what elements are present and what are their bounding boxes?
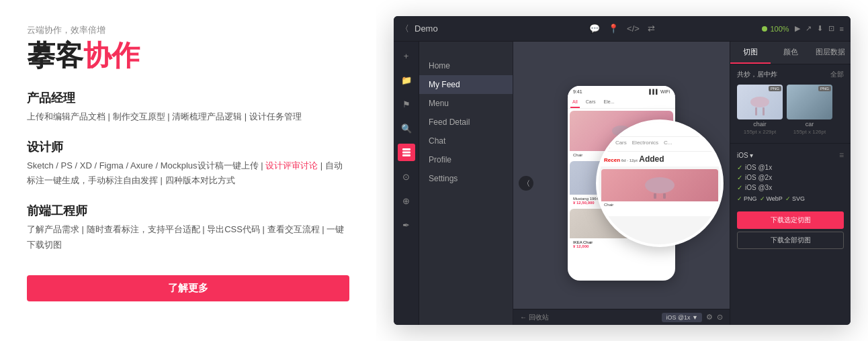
section-pm-title: 产品经理 <box>27 90 349 106</box>
svg-rect-7 <box>654 193 656 199</box>
section-designer-desc: Sketch / PS / XD / Figma / Axure / Mockp… <box>27 158 349 188</box>
download-icon[interactable]: ⬇ <box>817 24 823 33</box>
comment-icon[interactable]: 💬 <box>589 23 600 34</box>
check-1x: ✓ <box>737 164 742 171</box>
ios-label: iOS ▾ <box>737 152 753 159</box>
mag-card-1-img <box>601 169 718 201</box>
sidebar-item-settings[interactable]: Settings <box>419 169 513 188</box>
ios-header: iOS ▾ ≡ <box>737 150 844 160</box>
svg-rect-8 <box>663 193 666 199</box>
toolbar-search[interactable]: 🔍 <box>398 119 415 137</box>
section-frontend-desc: 了解产品需求 | 随时查看标注，支持平台适配 | 导出CSS代码 | 查看交互流… <box>27 222 349 252</box>
section-designer-title: 设计师 <box>27 139 349 155</box>
format-webp-check: ✓ <box>760 195 765 202</box>
mag-tabs: All Cars Electronics C... <box>599 137 721 152</box>
play-icon[interactable]: ▶ <box>795 24 800 33</box>
props-tab-layer[interactable]: 图层数据 <box>810 42 851 64</box>
magnifier: ▌▌▌ WiFi All Cars Electronics C... Recen… <box>596 119 724 247</box>
sidebar-item-feeddetail[interactable]: Feed Detail <box>419 113 513 132</box>
designer-link[interactable]: 设计评审讨论 <box>265 160 318 170</box>
format-svg-label: SVG <box>792 195 805 202</box>
format-row: ✓ PNG ✓ WebP ✓ SVG <box>737 195 844 202</box>
settings-icon[interactable]: ⚙ <box>706 313 713 322</box>
ios-option-1x[interactable]: ✓ iOS @1x <box>737 164 844 171</box>
props-tab-color[interactable]: 颜色 <box>771 42 811 64</box>
ios-menu-icon[interactable]: ≡ <box>839 150 844 160</box>
phone-status-bar: 9:41 ▌▌▌ WiFi <box>568 86 675 97</box>
download-all-btn[interactable]: 下载全部切图 <box>737 232 844 249</box>
svg-rect-11 <box>763 107 765 115</box>
toolbar-flag[interactable]: ⚑ <box>398 95 415 113</box>
toolbar-layers-active[interactable] <box>398 144 415 161</box>
sidebar-item-menu[interactable]: Menu <box>419 94 513 113</box>
left-panel: 云端协作，效率倍增 摹客协作 产品经理 上传和编辑产品文档 | 制作交互原型 |… <box>0 0 376 341</box>
ios-option-2x[interactable]: ✓ iOS @2x <box>737 174 844 181</box>
topbar-icons: 💬 📍 </> ⇄ <box>511 23 733 34</box>
compare-icon[interactable]: ⇄ <box>648 23 655 34</box>
mag-tab-other[interactable]: C... <box>664 140 672 148</box>
mag-section-title: Recen 6d · 12pt Added <box>599 152 721 166</box>
ios-option-3x[interactable]: ✓ iOS @3x <box>737 184 844 191</box>
mag-tab-electronics[interactable]: Electronics <box>632 140 658 148</box>
green-dot <box>762 26 767 32</box>
mag-card-1: Chair <box>601 169 718 216</box>
app-topbar: 〈 Demo 💬 📍 </> ⇄ 100% ▶ ↗ ⬇ ⊡ ≡ <box>394 16 851 42</box>
toolbar-pen[interactable]: ✒ <box>398 216 415 234</box>
location-icon[interactable]: 📍 <box>608 23 619 34</box>
ios-3x-label: iOS @3x <box>745 184 772 191</box>
expand-icon[interactable]: ⊙ <box>717 313 723 322</box>
chair-asset-name: chair <box>753 121 767 128</box>
format-webp: ✓ WebP <box>760 195 783 202</box>
check-3x: ✓ <box>737 184 742 191</box>
download-selected-btn[interactable]: 下载选定切图 <box>737 211 844 229</box>
menu-icon[interactable]: ≡ <box>840 25 844 33</box>
toolbar-add[interactable]: + <box>398 47 415 64</box>
asset-thumb-car: PNG <box>787 85 832 119</box>
svg-point-6 <box>645 177 675 193</box>
back-icon[interactable]: 〈 <box>400 23 409 35</box>
check-2x: ✓ <box>737 174 742 181</box>
recycle-label: ← 回收站 <box>520 313 549 322</box>
car-asset-size: 155pt x 126pt <box>793 129 826 135</box>
svg-rect-0 <box>402 148 410 150</box>
cta-button[interactable]: 了解更多 <box>27 275 349 301</box>
format-png: ✓ PNG <box>737 195 757 202</box>
bottom-bar: ← 回收站 iOS @1x ▼ ⚙ ⊙ <box>513 309 730 325</box>
car-type-label: PNG <box>818 86 831 91</box>
chair-type-label: PNG <box>769 86 781 91</box>
format-svg-check: ✓ <box>785 195 791 202</box>
sidebar-item-profile[interactable]: Profile <box>419 150 513 169</box>
phone-tab-cars[interactable]: Cars <box>584 97 598 108</box>
mag-card-1-text: Chair <box>601 201 718 208</box>
phone-tab-all[interactable]: All <box>570 97 580 108</box>
svg-rect-10 <box>755 107 757 115</box>
format-png-check: ✓ <box>737 195 742 202</box>
mag-tab-cars[interactable]: Cars <box>615 140 627 148</box>
props-filter-section: 共炒，居中炸 全部 PNG <box>730 64 851 140</box>
toolbar-history[interactable]: ⊙ <box>398 168 415 185</box>
magnifier-inner: ▌▌▌ WiFi All Cars Electronics C... Recen… <box>599 122 721 244</box>
phone-tab-electronics[interactable]: Ele... <box>602 97 617 108</box>
props-tab-slice[interactable]: 切图 <box>730 42 771 64</box>
sidebar-item-myfeed[interactable]: My Feed <box>419 75 513 94</box>
sidebar: Home My Feed Menu Feed Detail Chat Profi… <box>419 42 513 325</box>
toolbar-folder[interactable]: 📁 <box>398 71 415 89</box>
sidebar-item-home[interactable]: Home <box>419 56 513 75</box>
window-icon[interactable]: ⊡ <box>828 24 834 33</box>
code-icon[interactable]: </> <box>627 23 640 34</box>
section-designer: 设计师 Sketch / PS / XD / Figma / Axure / M… <box>27 139 349 188</box>
app-body: + 📁 ⚑ 🔍 ⊙ ⊕ ✒ Home <box>394 42 851 325</box>
share-icon[interactable]: ↗ <box>806 24 812 33</box>
scale-badge[interactable]: iOS @1x ▼ <box>662 313 702 322</box>
ios-1x-label: iOS @1x <box>745 164 772 171</box>
toolbar-zoom[interactable]: ⊕ <box>398 192 415 209</box>
section-pm-desc: 上传和编辑产品文档 | 制作交互原型 | 清晰梳理产品逻辑 | 设计任务管理 <box>27 109 349 124</box>
phone-signal: ▌▌▌ WiFi <box>649 89 670 94</box>
phone-tabs: All Cars Ele... <box>568 97 675 109</box>
props-tabs: 切图 颜色 图层数据 <box>730 42 851 64</box>
right-panel: 〈 Demo 💬 📍 </> ⇄ 100% ▶ ↗ ⬇ ⊡ ≡ <box>376 0 868 341</box>
right-props-panel: 切图 颜色 图层数据 共炒，居中炸 全部 PNG <box>730 42 851 325</box>
center-canvas: 〈 〉 9:41 ▌▌▌ WiFi All Cars Ele... <box>513 42 730 325</box>
sidebar-item-chat[interactable]: Chat <box>419 132 513 150</box>
canvas-nav-left[interactable]: 〈 <box>519 176 533 191</box>
